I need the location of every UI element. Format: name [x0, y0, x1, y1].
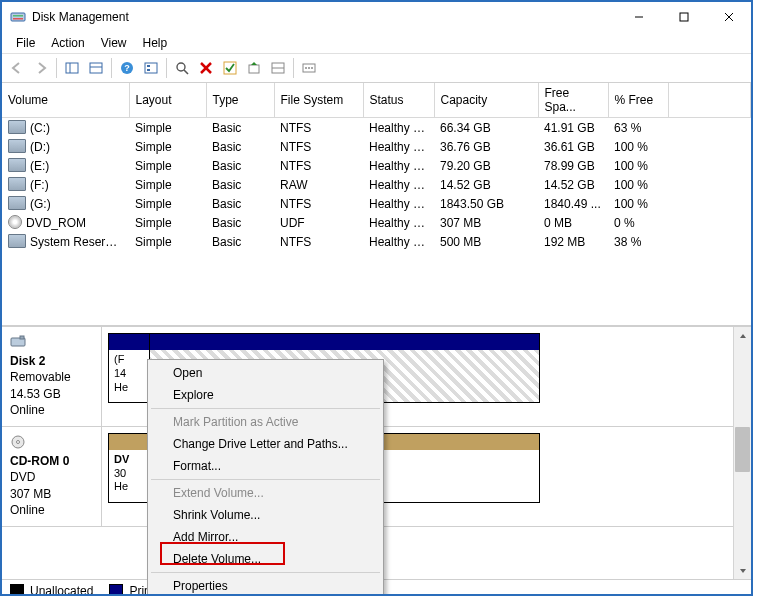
- volume-layout: Simple: [129, 232, 206, 251]
- maximize-button[interactable]: [661, 2, 706, 32]
- svg-point-27: [311, 67, 313, 69]
- menu-view[interactable]: View: [93, 34, 135, 52]
- volume-name: (E:): [30, 159, 49, 173]
- volume-fs: NTFS: [274, 118, 363, 138]
- volume-icon: [8, 196, 26, 210]
- table-row[interactable]: (D:)SimpleBasicNTFSHealthy (P...36.76 GB…: [2, 137, 751, 156]
- scroll-up-button[interactable]: [734, 327, 751, 344]
- help-button[interactable]: ?: [116, 57, 138, 79]
- ctx-properties[interactable]: Properties: [149, 575, 382, 596]
- table-row[interactable]: (E:)SimpleBasicNTFSHealthy (P...79.20 GB…: [2, 156, 751, 175]
- legend-swatch-unallocated: [10, 584, 24, 596]
- volume-capacity: 79.20 GB: [434, 156, 538, 175]
- volume-name: (D:): [30, 140, 50, 154]
- volume-name: (F:): [30, 178, 49, 192]
- titlebar[interactable]: Disk Management: [2, 2, 751, 32]
- ctx-mark-active: Mark Partition as Active: [149, 411, 382, 433]
- scroll-down-button[interactable]: [734, 562, 751, 579]
- menubar: File Action View Help: [2, 32, 751, 54]
- col-pad: [668, 83, 751, 118]
- cdrom-icon: [10, 435, 26, 449]
- disk-state: Online: [10, 403, 45, 417]
- ctx-add-mirror[interactable]: Add Mirror...: [149, 526, 382, 548]
- disk-header: Disk 2 Removable 14.53 GB Online: [2, 327, 102, 426]
- refresh-button[interactable]: [171, 57, 193, 79]
- legend-swatch-primary: [109, 584, 123, 596]
- table-row[interactable]: (F:)SimpleBasicRAWHealthy (A...14.52 GB1…: [2, 175, 751, 194]
- volume-layout: Simple: [129, 213, 206, 232]
- disk-name: Disk 2: [10, 354, 45, 368]
- layout-button[interactable]: [267, 57, 289, 79]
- menu-help[interactable]: Help: [135, 34, 176, 52]
- svg-line-17: [184, 70, 188, 74]
- ctx-extend-volume: Extend Volume...: [149, 482, 382, 504]
- col-free-space[interactable]: Free Spa...: [538, 83, 608, 118]
- disk-kind: Removable: [10, 370, 71, 384]
- vertical-scrollbar[interactable]: [733, 327, 751, 579]
- ctx-change-drive-letter[interactable]: Change Drive Letter and Paths...: [149, 433, 382, 455]
- removable-disk-icon: [10, 335, 26, 349]
- ctx-open[interactable]: Open: [149, 362, 382, 384]
- volume-layout: Simple: [129, 175, 206, 194]
- table-header-row: Volume Layout Type File System Status Ca…: [2, 83, 751, 118]
- col-filesystem[interactable]: File System: [274, 83, 363, 118]
- ctx-delete-volume[interactable]: Delete Volume...: [149, 548, 382, 570]
- volume-layout: Simple: [129, 156, 206, 175]
- table-row[interactable]: (G:)SimpleBasicNTFSHealthy (P...1843.50 …: [2, 194, 751, 213]
- volume-name: DVD_ROM: [26, 216, 86, 230]
- volume-type: Basic: [206, 194, 274, 213]
- close-button[interactable]: [706, 2, 751, 32]
- checklist-button[interactable]: [219, 57, 241, 79]
- volume-type: Basic: [206, 156, 274, 175]
- volume-capacity: 500 MB: [434, 232, 538, 251]
- disk-name: CD-ROM 0: [10, 454, 69, 468]
- table-row[interactable]: (C:)SimpleBasicNTFSHealthy (B...66.34 GB…: [2, 118, 751, 138]
- disk-size: 307 MB: [10, 487, 51, 501]
- minimize-button[interactable]: [616, 2, 661, 32]
- ctx-explore[interactable]: Explore: [149, 384, 382, 406]
- table-row[interactable]: System ReservedSimpleBasicNTFSHealthy (S…: [2, 232, 751, 251]
- svg-rect-2: [13, 18, 23, 20]
- volume-pct: 100 %: [608, 175, 668, 194]
- more-options-button[interactable]: [298, 57, 320, 79]
- volume-free: 36.61 GB: [538, 137, 608, 156]
- volume-pct: 100 %: [608, 194, 668, 213]
- volume-pct: 38 %: [608, 232, 668, 251]
- menu-action[interactable]: Action: [43, 34, 92, 52]
- col-capacity[interactable]: Capacity: [434, 83, 538, 118]
- table-row[interactable]: DVD_ROMSimpleBasicUDFHealthy (P...307 MB…: [2, 213, 751, 232]
- col-volume[interactable]: Volume: [2, 83, 129, 118]
- volume-layout: Simple: [129, 118, 206, 138]
- delete-button[interactable]: [195, 57, 217, 79]
- col-pct-free[interactable]: % Free: [608, 83, 668, 118]
- scroll-thumb[interactable]: [735, 427, 750, 472]
- partition-f-label[interactable]: (F 14 He: [109, 350, 149, 402]
- col-status[interactable]: Status: [363, 83, 434, 118]
- back-button[interactable]: [6, 57, 28, 79]
- disk-size: 14.53 GB: [10, 387, 61, 401]
- ctx-format[interactable]: Format...: [149, 455, 382, 477]
- volume-list-pane[interactable]: Volume Layout Type File System Status Ca…: [2, 83, 751, 326]
- volume-type: Basic: [206, 175, 274, 194]
- volume-pct: 100 %: [608, 137, 668, 156]
- volume-table: Volume Layout Type File System Status Ca…: [2, 83, 751, 251]
- volume-status: Healthy (P...: [363, 156, 434, 175]
- settings-button[interactable]: [243, 57, 265, 79]
- app-icon: [10, 9, 26, 25]
- svg-rect-0: [11, 13, 25, 21]
- volume-free: 1840.49 ...: [538, 194, 608, 213]
- show-hide-action-pane-button[interactable]: [61, 57, 83, 79]
- menu-file[interactable]: File: [8, 34, 43, 52]
- svg-rect-21: [249, 65, 259, 73]
- volume-icon: [8, 158, 26, 172]
- properties-button[interactable]: [140, 57, 162, 79]
- ctx-shrink-volume[interactable]: Shrink Volume...: [149, 504, 382, 526]
- forward-button[interactable]: [30, 57, 52, 79]
- col-layout[interactable]: Layout: [129, 83, 206, 118]
- col-type[interactable]: Type: [206, 83, 274, 118]
- volume-status: Healthy (P...: [363, 213, 434, 232]
- show-hide-console-tree-button[interactable]: [85, 57, 107, 79]
- svg-point-16: [177, 63, 185, 71]
- volume-capacity: 307 MB: [434, 213, 538, 232]
- svg-rect-15: [147, 69, 150, 71]
